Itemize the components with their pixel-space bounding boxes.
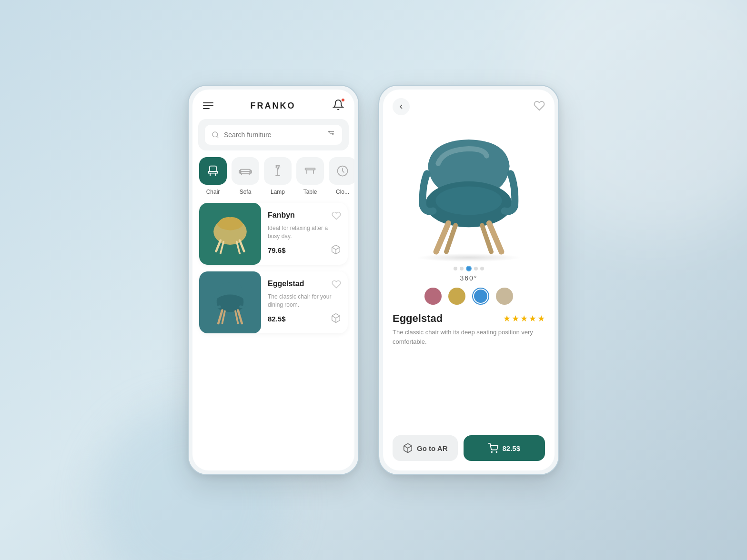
star-1: ★ bbox=[503, 313, 511, 324]
svg-point-0 bbox=[212, 132, 218, 137]
fanbyn-chair-image bbox=[204, 208, 256, 260]
eggelstad-price: 82.5$ bbox=[268, 315, 286, 323]
dot-2 bbox=[460, 267, 464, 270]
svg-line-16 bbox=[221, 242, 223, 254]
chair-label: Chair bbox=[206, 189, 220, 195]
star-5: ★ bbox=[537, 313, 545, 324]
dot-4 bbox=[480, 267, 484, 270]
category-chair[interactable]: Chair bbox=[199, 157, 227, 195]
buy-button-price: 82.5$ bbox=[502, 444, 520, 452]
color-swatch-gold[interactable] bbox=[448, 288, 465, 305]
eggelstad-image-bg bbox=[199, 271, 261, 333]
category-table[interactable]: Table bbox=[296, 157, 324, 195]
search-bar[interactable] bbox=[205, 125, 342, 145]
color-swatch-pink[interactable] bbox=[424, 288, 442, 305]
dot-1 bbox=[454, 267, 457, 270]
color-swatch-beige[interactable] bbox=[496, 288, 513, 305]
svg-line-14 bbox=[216, 240, 221, 251]
star-2: ★ bbox=[512, 313, 519, 324]
svg-point-4 bbox=[329, 131, 330, 132]
rotation-dots bbox=[454, 266, 484, 271]
buy-button[interactable]: 82.5$ bbox=[464, 435, 545, 461]
svg-point-32 bbox=[492, 451, 493, 452]
svg-line-22 bbox=[222, 311, 225, 323]
right-phone: 360° Eggelstad ★ ★ ★ ★ bbox=[378, 85, 559, 475]
svg-line-20 bbox=[218, 310, 222, 324]
clock-icon bbox=[336, 164, 349, 178]
color-swatch-blue[interactable] bbox=[472, 288, 489, 305]
svg-line-23 bbox=[235, 311, 238, 323]
svg-point-5 bbox=[333, 133, 333, 134]
fanbyn-favorite[interactable] bbox=[332, 211, 341, 222]
chair-shadow bbox=[416, 253, 521, 262]
filter-icon[interactable] bbox=[327, 130, 335, 140]
fanbyn-info: Fanbyn Ideal for relaxing after a busy d… bbox=[261, 205, 348, 262]
svg-line-15 bbox=[240, 240, 244, 251]
view360-control[interactable]: 360° bbox=[454, 266, 484, 282]
svg-point-26 bbox=[435, 186, 502, 215]
chair-icon-wrap bbox=[199, 157, 227, 185]
detail-favorite-button[interactable] bbox=[534, 100, 545, 113]
rating-stars: ★ ★ ★ ★ ★ bbox=[503, 313, 545, 324]
sofa-label: Sofa bbox=[240, 189, 252, 195]
detail-description: The classic chair with its deep seating … bbox=[393, 328, 545, 346]
eggelstad-name: Eggelstad bbox=[268, 280, 304, 288]
eggelstad-desc: The classic chair for your dining room. bbox=[268, 293, 341, 309]
svg-line-17 bbox=[237, 242, 240, 254]
dot-active bbox=[466, 266, 472, 271]
menu-icon[interactable] bbox=[203, 102, 213, 109]
product-detail: Eggelstad ★ ★ ★ ★ ★ The classic chair wi… bbox=[383, 309, 555, 435]
fanbyn-price: 79.6$ bbox=[268, 246, 286, 254]
search-input[interactable] bbox=[224, 131, 322, 139]
category-clock[interactable]: Clo... bbox=[329, 157, 354, 195]
product-card-eggelstad[interactable]: Eggelstad The classic chair for your din… bbox=[199, 271, 348, 333]
fanbyn-name: Fanbyn bbox=[268, 211, 295, 220]
right-header bbox=[383, 90, 555, 120]
svg-line-21 bbox=[238, 310, 242, 324]
detail-name-row: Eggelstad ★ ★ ★ ★ ★ bbox=[393, 312, 545, 325]
svg-point-19 bbox=[215, 295, 245, 312]
lamp-icon bbox=[271, 164, 284, 178]
category-list: Chair Sofa bbox=[192, 150, 354, 197]
notification-dot bbox=[341, 98, 345, 102]
clock-label: Clo... bbox=[336, 189, 349, 195]
lamp-icon-wrap bbox=[264, 157, 292, 185]
chair-icon bbox=[206, 164, 220, 178]
svg-point-10 bbox=[275, 166, 280, 168]
detail-actions: Go to AR 82.5$ bbox=[383, 435, 555, 470]
phones-container: FRANKO bbox=[188, 85, 559, 475]
search-section bbox=[198, 119, 349, 150]
back-button[interactable] bbox=[393, 98, 410, 115]
svg-rect-6 bbox=[210, 166, 216, 172]
left-header: FRANKO bbox=[192, 90, 354, 119]
fanbyn-desc: Ideal for relaxing after a busy day. bbox=[268, 224, 341, 240]
cart-icon bbox=[488, 443, 498, 453]
clock-icon-wrap bbox=[329, 157, 354, 185]
eggelstad-chair-image bbox=[204, 276, 256, 329]
brand-name: FRANKO bbox=[251, 101, 296, 111]
notification-bell[interactable] bbox=[333, 99, 344, 112]
product-list: Fanbyn Ideal for relaxing after a busy d… bbox=[192, 197, 354, 470]
table-icon bbox=[303, 164, 317, 178]
color-swatches bbox=[383, 282, 555, 309]
ar-button-icon bbox=[403, 443, 413, 453]
lamp-label: Lamp bbox=[271, 189, 285, 195]
star-3: ★ bbox=[520, 313, 528, 324]
sofa-icon bbox=[239, 164, 252, 178]
category-lamp[interactable]: Lamp bbox=[264, 157, 292, 195]
table-icon-wrap bbox=[296, 157, 324, 185]
product-card-fanbyn[interactable]: Fanbyn Ideal for relaxing after a busy d… bbox=[199, 203, 348, 265]
ar-button[interactable]: Go to AR bbox=[393, 435, 458, 461]
fanbyn-ar-icon[interactable] bbox=[331, 244, 341, 257]
eggelstad-ar-icon[interactable] bbox=[331, 313, 341, 325]
chair-main-image bbox=[397, 125, 540, 258]
eggelstad-favorite[interactable] bbox=[332, 280, 341, 291]
star-4: ★ bbox=[529, 313, 536, 324]
category-sofa[interactable]: Sofa bbox=[232, 157, 259, 195]
table-label: Table bbox=[303, 189, 317, 195]
sofa-icon-wrap bbox=[232, 157, 259, 185]
view360-label: 360° bbox=[460, 274, 478, 282]
left-phone: FRANKO bbox=[188, 85, 359, 475]
dot-3 bbox=[474, 267, 478, 270]
search-icon bbox=[212, 131, 219, 139]
